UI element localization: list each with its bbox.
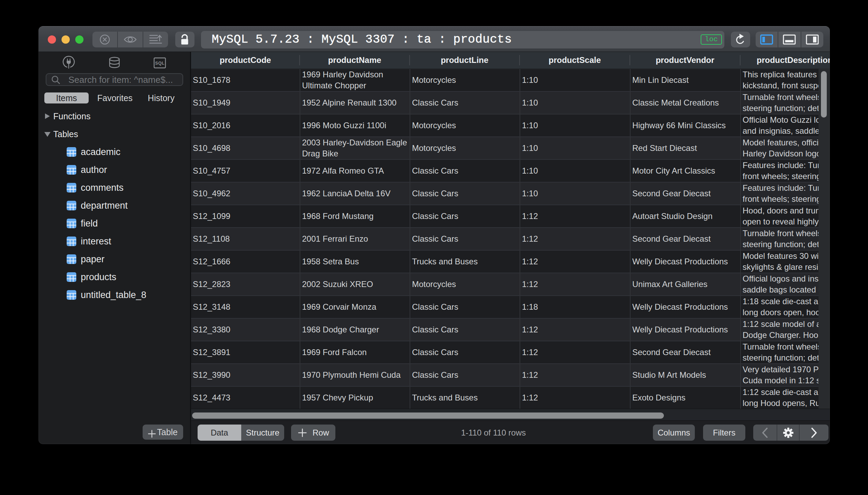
svg-text:SQL: SQL <box>155 61 165 66</box>
